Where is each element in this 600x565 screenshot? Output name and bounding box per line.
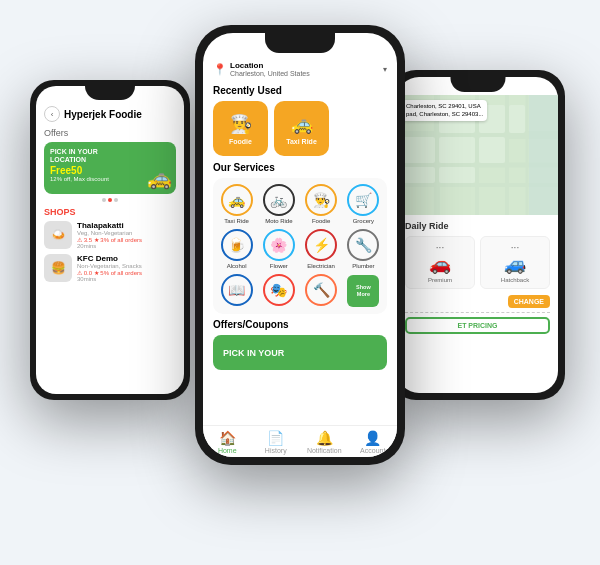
our-services-title: Our Services	[213, 162, 387, 173]
service-foodie[interactable]: 👨‍🍳 Foodie	[303, 184, 340, 224]
foodie-icon: 👨‍🍳	[230, 113, 252, 135]
taxi-icon: 🚕	[147, 166, 172, 190]
recent-item-foodie[interactable]: 👨‍🍳 Foodie	[213, 101, 268, 156]
dot-2	[108, 198, 112, 202]
books-service-icon: 📖	[221, 274, 253, 306]
shop-time-1: 20mins	[77, 243, 142, 249]
service-alcohol[interactable]: 🍺 Alcohol	[218, 229, 255, 269]
service-electrician[interactable]: ⚡ Electrician	[303, 229, 340, 269]
taxi-service-icon: 🚕	[221, 184, 253, 216]
banner-dots	[44, 198, 176, 202]
nav-home[interactable]: 🏠 Home	[203, 430, 252, 454]
entertainment-service-icon: 🎭	[263, 274, 295, 306]
show-more-icon: Show More	[347, 275, 379, 307]
recently-used-title: Recently Used	[213, 85, 387, 96]
service-plumber[interactable]: 🔧 Plumber	[345, 229, 382, 269]
center-scroll-area: Recently Used 👨‍🍳 Foodie 🚕 Taxi Ride Our…	[203, 80, 397, 425]
map-addr-2: pad, Charleston, SC 29403...	[406, 110, 483, 118]
shop-rating-1: ⚠ 3.5 ★ 3% of all orders	[77, 236, 142, 243]
left-content: ‹ Hyperjek Foodie Offers PICK IN YOUR LO…	[36, 86, 184, 282]
phone-center: 📍 Location Charleston, United States ▾ R…	[195, 25, 405, 465]
nav-account[interactable]: 👤 Account	[349, 430, 398, 454]
shop-image-1: 🍛	[44, 221, 72, 249]
get-pricing-label: ET PRICING	[457, 322, 497, 329]
shops-label: SHOPS	[44, 207, 176, 217]
service-entertainment[interactable]: 🎭	[260, 274, 297, 308]
left-notch	[85, 86, 135, 100]
history-icon: 📄	[267, 430, 284, 446]
offers-banner: PICK IN YOUR	[213, 335, 387, 370]
grocery-service-icon: 🛒	[347, 184, 379, 216]
map-addr-1: Charleston, SC 29401, USA	[406, 102, 483, 110]
left-title: Hyperjek Foodie	[64, 109, 142, 120]
service-grocery[interactable]: 🛒 Grocery	[345, 184, 382, 224]
electrician-service-label: Electrician	[307, 263, 335, 269]
shop-info-2: KFC Demo Non-Vegetarian, Snacks ⚠ 0.0 ★ …	[77, 254, 142, 282]
notification-icon: 🔔	[316, 430, 333, 446]
recent-item-taxi[interactable]: 🚕 Taxi Ride	[274, 101, 329, 156]
alcohol-service-label: Alcohol	[227, 263, 247, 269]
left-header: ‹ Hyperjek Foodie	[44, 106, 176, 122]
get-pricing-button[interactable]: ET PRICING	[405, 317, 550, 334]
location-pin-icon: 📍	[213, 63, 227, 76]
svg-rect-13	[479, 137, 505, 163]
banner-line1: PICK IN YOUR	[50, 148, 170, 156]
dot-1	[102, 198, 106, 202]
ride-card-hatchback[interactable]: ··· 🚙 Hatchback	[480, 236, 550, 289]
service-taxi[interactable]: 🚕 Taxi Ride	[218, 184, 255, 224]
service-repair[interactable]: 🔨	[303, 274, 340, 308]
promo-banner: PICK IN YOUR LOCATION Free50 12% off, Ma…	[44, 142, 176, 194]
recently-used-section: 👨‍🍳 Foodie 🚕 Taxi Ride	[213, 101, 387, 156]
map-area: Charleston, SC 29401, USA pad, Charlesto…	[397, 95, 558, 215]
taxi-service-label: Taxi Ride	[224, 218, 249, 224]
ride-options: ··· 🚗 Premium ··· 🚙 Hatchback	[405, 236, 550, 289]
shop-item-2[interactable]: 🍔 KFC Demo Non-Vegetarian, Snacks ⚠ 0.0 …	[44, 254, 176, 282]
banner-line2: LOCATION	[50, 156, 170, 164]
location-label: Location	[230, 61, 380, 70]
back-button[interactable]: ‹	[44, 106, 60, 122]
service-flower[interactable]: 🌸 Flower	[260, 229, 297, 269]
show-more-button[interactable]: Show More	[345, 274, 382, 308]
offers-label: Offers	[44, 128, 176, 138]
plumber-service-label: Plumber	[352, 263, 374, 269]
premium-dots: ···	[436, 242, 444, 253]
moto-service-label: Moto Ride	[265, 218, 292, 224]
plumber-service-icon: 🔧	[347, 229, 379, 261]
offers-banner-text: PICK IN YOUR	[223, 348, 284, 358]
shop-item-1[interactable]: 🍛 Thalapakatti Veg, Non-Vegetarian ⚠ 3.5…	[44, 221, 176, 249]
service-books[interactable]: 📖	[218, 274, 255, 308]
premium-car-icon: 🚗	[409, 253, 471, 275]
location-bar[interactable]: 📍 Location Charleston, United States ▾	[203, 55, 397, 80]
offers-coupons-title: Offers/Coupons	[213, 319, 387, 330]
hatchback-label: Hatchback	[484, 277, 546, 283]
change-button[interactable]: CHANGE	[508, 295, 550, 308]
services-row-2: 🍺 Alcohol 🌸 Flower ⚡ Electrician 🔧	[218, 229, 382, 269]
shop-name-1: Thalapakatti	[77, 221, 142, 230]
location-text: Location Charleston, United States	[230, 61, 380, 77]
right-content: Charleston, SC 29401, USA pad, Charlesto…	[397, 77, 558, 393]
history-label: History	[265, 447, 287, 454]
electrician-service-icon: ⚡	[305, 229, 337, 261]
account-label: Account	[360, 447, 385, 454]
center-phone-screen: 📍 Location Charleston, United States ▾ R…	[203, 33, 397, 457]
bottom-nav: 🏠 Home 📄 History 🔔 Notification 👤 Accoun…	[203, 425, 397, 457]
ride-card-premium[interactable]: ··· 🚗 Premium	[405, 236, 475, 289]
svg-rect-10	[509, 105, 525, 133]
flower-service-label: Flower	[270, 263, 288, 269]
foodie-label: Foodie	[229, 138, 252, 145]
service-moto[interactable]: 🚲 Moto Ride	[260, 184, 297, 224]
repair-service-icon: 🔨	[305, 274, 337, 306]
notification-label: Notification	[307, 447, 342, 454]
account-icon: 👤	[364, 430, 381, 446]
hatchback-car-icon: 🚙	[484, 253, 546, 275]
phone-left: ‹ Hyperjek Foodie Offers PICK IN YOUR LO…	[30, 80, 190, 400]
right-phone-screen: Charleston, SC 29401, USA pad, Charlesto…	[397, 77, 558, 393]
show-more-label: Show More	[347, 282, 379, 299]
nav-notification[interactable]: 🔔 Notification	[300, 430, 349, 454]
svg-rect-15	[439, 167, 475, 183]
services-row-3: 📖 🎭 🔨 Show More	[218, 274, 382, 308]
grocery-service-label: Grocery	[353, 218, 374, 224]
location-address: Charleston, United States	[230, 70, 380, 77]
nav-history[interactable]: 📄 History	[252, 430, 301, 454]
flower-service-icon: 🌸	[263, 229, 295, 261]
